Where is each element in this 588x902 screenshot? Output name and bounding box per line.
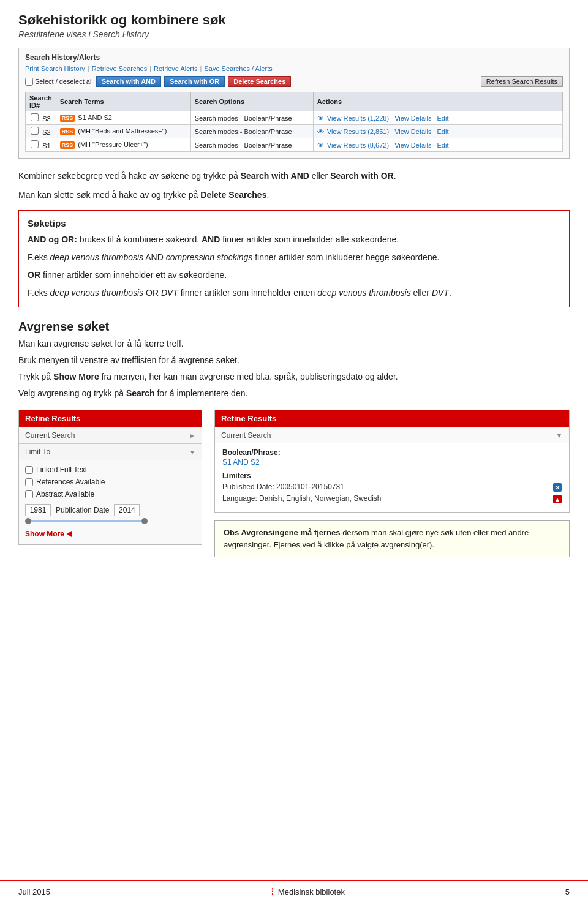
limit-to-body: Linked Full Text References Available Ab…	[19, 460, 202, 544]
rss-tag: RSS	[60, 141, 75, 149]
boolean-value: S1 AND S2	[222, 458, 562, 467]
avgrense-para-1: Man kan avgrense søket for å få færre tr…	[18, 337, 570, 350]
avgrense-title: Avgrense søket	[18, 320, 570, 334]
sh-link-print[interactable]: Print Search History	[25, 65, 85, 72]
current-search-header[interactable]: Current Search ►	[19, 427, 202, 443]
th-search-options: Search Options	[190, 92, 313, 111]
btn-search-and[interactable]: Search with AND	[96, 76, 161, 87]
th-search-terms: Search Terms	[56, 92, 190, 111]
select-deselect-label[interactable]: Select / deselect all	[25, 78, 93, 86]
select-deselect-checkbox[interactable]	[25, 78, 33, 86]
slider-fill	[25, 520, 148, 522]
sh-toolbar: Print Search History | Retrieve Searches…	[25, 65, 563, 72]
checkbox-abstract: Abstract Available	[25, 488, 195, 500]
chevron-down-icon-right: ▼	[556, 431, 563, 440]
rss-tag: RSS	[60, 115, 75, 122]
refine-box-right: Refine Results Current Search ▼ Boolean/…	[214, 410, 570, 513]
pub-date-from[interactable]: 1981	[25, 504, 51, 516]
pub-date-row: 1981 Publication Date 2014	[25, 504, 195, 516]
chevron-right-icon: ►	[189, 432, 195, 439]
footer-dots-icon: ⁝	[271, 886, 274, 897]
refine-section-current: Current Search ►	[19, 427, 202, 443]
view-results-link-s2[interactable]: View Results (2,851)	[327, 128, 389, 135]
checkbox-linked-full-text: Linked Full Text	[25, 464, 195, 476]
sh-link-retrieve-searches[interactable]: Retrieve Searches	[92, 65, 148, 72]
edit-link-s2[interactable]: Edit	[437, 128, 449, 135]
boolean-label: Boolean/Phrase:	[222, 448, 562, 457]
row-checkbox-s1[interactable]	[31, 140, 39, 148]
body-para-1: Kombiner søkebegrep ved å hake av søkene…	[18, 170, 570, 182]
edit-link-s1[interactable]: Edit	[437, 141, 449, 149]
pub-date-label: Publication Date	[56, 506, 109, 514]
obs-bold: Obs Avgrensingene må fjernes	[224, 528, 341, 537]
show-more-container: Show More	[25, 525, 195, 538]
limiters-label: Limiters	[222, 472, 562, 480]
sh-link-retrieve-alerts[interactable]: Retrieve Alerts	[154, 65, 198, 72]
view-details-link-s3[interactable]: View Details	[394, 115, 431, 122]
body-para-2: Man kan slette søk med å hake av og tryk…	[18, 189, 570, 201]
checkbox-references: References Available	[25, 476, 195, 488]
view-details-link-s1[interactable]: View Details	[394, 141, 431, 149]
avgrense-para-3: Trykk på Show More fra menyen, her kan m…	[18, 370, 570, 383]
th-search-id: Search ID#	[26, 92, 56, 111]
soketips-title: Søketips	[28, 218, 560, 228]
checkbox-abstract[interactable]	[25, 490, 33, 498]
refine-box-left: Refine Results Current Search ► Limit To…	[18, 410, 202, 545]
refine-header-left: Refine Results	[19, 410, 202, 427]
soketips-para-1: AND og OR: brukes til å kombinere søkeor…	[28, 233, 560, 246]
btn-search-or[interactable]: Search with OR	[164, 76, 225, 87]
row-checkbox-s2[interactable]	[31, 127, 39, 135]
btn-delete-searches[interactable]: Delete Searches	[228, 76, 291, 87]
avgrense-para-2: Bruk menyen til venstre av trefflisten f…	[18, 354, 570, 367]
chevron-down-icon: ▼	[189, 449, 195, 456]
show-more-arrow-icon	[67, 531, 72, 537]
th-actions: Actions	[313, 92, 562, 111]
obs-box: Obs Avgrensingene må fjernes dersom man …	[214, 520, 570, 557]
refine-section-limit: Limit To ▼ Linked Full Text References A…	[19, 443, 202, 544]
view-details-link-s2[interactable]: View Details	[394, 128, 431, 135]
table-row: S3 RSS S1 AND S2 Search modes - Boolean/…	[26, 111, 563, 125]
col-right: Refine Results Current Search ▼ Boolean/…	[214, 410, 570, 557]
view-results-link-s3[interactable]: View Results (1,228)	[327, 115, 389, 122]
limiter-item-1: Language: Danish, English, Norwegian, Sw…	[222, 494, 562, 503]
row-checkbox-s3[interactable]	[31, 113, 39, 121]
footer-date: Juli 2015	[18, 887, 50, 896]
checkbox-linked[interactable]	[25, 466, 33, 474]
pub-date-to[interactable]: 2014	[114, 504, 140, 516]
sh-btn-row: Select / deselect all Search with AND Se…	[25, 76, 563, 87]
eye-icon: 👁	[317, 115, 324, 122]
soketips-para-4: F.eks deep venous thrombosis OR DVT finn…	[28, 287, 560, 299]
eye-icon: 👁	[317, 141, 324, 149]
refine-current-search-right[interactable]: Current Search ▼	[215, 427, 569, 443]
slider-thumb-right[interactable]	[141, 518, 148, 524]
footer-page-number: 5	[565, 887, 570, 896]
page-title: Søkehistorikk og kombinere søk	[18, 12, 570, 28]
footer-center: ⁝ Medisinsk bibliotek	[271, 886, 345, 897]
slider-thumb-left[interactable]	[25, 518, 31, 524]
limit-to-header[interactable]: Limit To ▼	[19, 444, 202, 460]
remove-limiter-0[interactable]: ✕	[553, 483, 562, 492]
show-more-btn[interactable]: Show More	[25, 530, 72, 538]
sh-title: Search History/Alerts	[25, 53, 563, 62]
soketips-para-2: F.eks deep venous thrombosis AND compres…	[28, 251, 560, 264]
page-footer: Juli 2015 ⁝ Medisinsk bibliotek 5	[0, 880, 588, 902]
btn-refresh[interactable]: Refresh Search Results	[481, 76, 563, 87]
table-row: S2 RSS (MH "Beds and Mattresses+") Searc…	[26, 125, 563, 138]
view-results-link-s1[interactable]: View Results (8,672)	[327, 141, 389, 149]
two-col-layout: Refine Results Current Search ► Limit To…	[18, 410, 570, 557]
rss-tag: RSS	[60, 128, 75, 135]
table-row: S1 RSS (MH "Pressure Ulcer+") Search mod…	[26, 138, 563, 152]
eye-icon: 👁	[317, 128, 324, 135]
checkbox-references[interactable]	[25, 478, 33, 486]
refine-header-right: Refine Results	[215, 410, 569, 427]
limiter-item-0: Published Date: 20050101-20150731 ✕	[222, 483, 562, 492]
remove-limiter-1[interactable]: ▲	[553, 495, 562, 503]
page-subtitle: Resultatene vises i Search History	[18, 29, 570, 39]
avgrense-para-4: Velg avgrensing og trykk på Search for å…	[18, 387, 570, 400]
date-slider[interactable]	[25, 520, 148, 522]
sh-link-save[interactable]: Save Searches / Alerts	[204, 65, 272, 72]
soketips-para-3: OR finner artikler som inneholder ett av…	[28, 269, 560, 282]
edit-link-s3[interactable]: Edit	[437, 115, 449, 122]
soketips-box: Søketips AND og OR: brukes til å kombine…	[18, 210, 570, 307]
sh-table: Search ID# Search Terms Search Options A…	[25, 92, 563, 152]
